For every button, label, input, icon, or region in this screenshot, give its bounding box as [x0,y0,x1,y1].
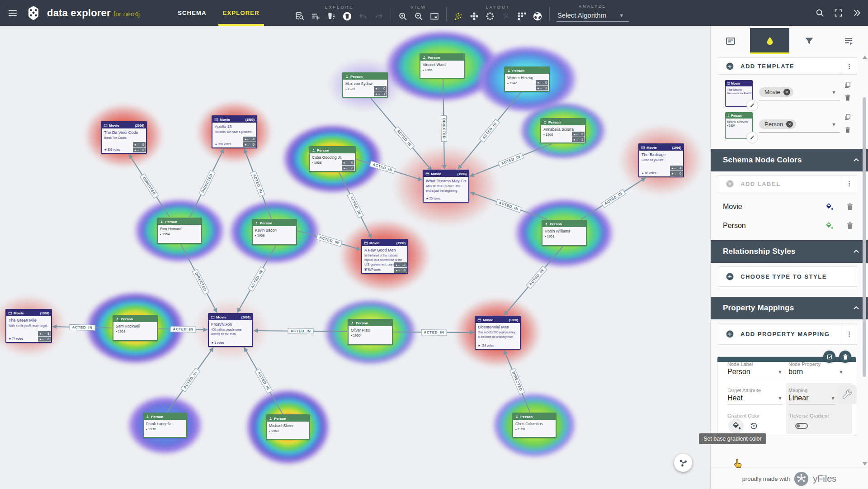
edge-label[interactable]: ACTED_IN [421,329,447,335]
node-label-select[interactable]: Node Label Person▼ [727,361,783,378]
graph-node-person[interactable]: PersonCuba Gooding Jr.• 1968●←0●→2 [309,146,356,172]
label-menu-icon[interactable] [845,180,853,188]
sidebar-scrollbar[interactable] [862,56,867,465]
graph-node-person[interactable]: PersonAnnabella Sciorra• 1960●←0●→1 [540,118,586,143]
sidebar-tab-filter[interactable] [789,28,829,54]
layout-circular-icon[interactable] [485,11,495,21]
scroll-up-icon[interactable] [863,56,867,59]
choose-type-to-style-button[interactable]: CHOOSE TYPE TO STYLE [718,266,857,287]
graph-node-movie[interactable]: Movie(1998)What Dreams May ComeAfter lif… [423,170,469,203]
target-attribute-select[interactable]: Target Attribute Heat▼ [727,388,783,404]
graph-node-person[interactable]: PersonFrank Langella• 1938 [143,413,187,438]
label-chip-movie[interactable]: Movie✕ [759,87,793,97]
chip-dropdown-icon[interactable]: ▼ [831,90,836,95]
mapping-menu-icon[interactable] [845,330,853,338]
delete-color-icon[interactable] [845,221,854,230]
apply-mapping-button[interactable] [823,351,835,363]
person-name: Michael Sheen [269,423,307,428]
graph-node-person[interactable]: PersonOliver Platt• 1960 [348,319,393,345]
delete-color-icon[interactable] [845,202,854,211]
graph-node-movie[interactable]: Movie(1999)The Green MileWalk a mile you… [5,309,52,343]
sidebar-tab-styling[interactable] [750,28,789,54]
fit-screen-icon[interactable] [429,11,439,21]
delete-mapping-button[interactable] [839,351,851,363]
layout-map-icon[interactable] [533,11,542,21]
remove-chip-icon[interactable]: ✕ [783,89,790,95]
edit-template-button[interactable] [746,100,758,111]
scroll-down-icon[interactable] [863,462,867,465]
tab-schema[interactable]: SCHEMA [170,0,215,26]
add-template-button[interactable]: ADD TEMPLATE [718,57,857,75]
section-schema-node-colors[interactable]: Schema Node Colors [711,149,868,171]
person-born: • 1969 [269,429,307,433]
add-label-button[interactable]: ADD LABEL [718,175,857,192]
layout-organic-icon[interactable] [453,11,463,21]
node-property-select[interactable]: Node Property born▼ [788,361,844,378]
graph-node-movie[interactable]: Movie(1996)The BirdcageCome as you are★ … [638,143,684,177]
graph-node-movie[interactable]: Movie(1995)Apollo 13Houston, we have a p… [212,115,257,148]
edit-template-button[interactable] [746,132,758,143]
set-base-gradient-color-button[interactable] [731,421,741,431]
zoom-in-icon[interactable] [398,11,408,21]
delete-template-icon[interactable] [844,126,852,134]
graph-node-person[interactable]: PersonMichael Sheen• 1969 [266,414,310,440]
sidebar-tab-list[interactable] [829,28,868,54]
remove-chip-icon[interactable]: ✕ [786,121,793,128]
person-name: Vincent Ward [423,62,462,67]
edge-label[interactable]: ACTED_IN [170,326,196,332]
graph-node-movie[interactable]: Movie(1999)Bicentennial ManOne robot's 2… [475,316,521,350]
graph-node-person[interactable]: PersonMax von Sydow• 1929●←0●→1 [342,72,388,98]
graph-node-person[interactable]: PersonChris Columbus• 1958 [512,413,557,438]
add-property-mapping-button[interactable]: ADD PROPERTY MAPPING [718,323,857,345]
scrollbar-thumb[interactable] [863,97,866,377]
delete-template-icon[interactable] [844,94,852,102]
section-relationship-styles[interactable]: Relationship Styles [711,240,868,263]
delete-circle-icon[interactable] [342,11,352,21]
edge-label[interactable]: DIRECTED [441,115,447,142]
section-property-mappings[interactable]: Property Mappings [711,297,868,319]
chip-dropdown-icon[interactable]: ▼ [831,122,836,127]
movie-template-thumbnail[interactable]: Movie The Matrix Welcome to the Real W [725,80,753,107]
edge-label[interactable]: ACTED_IN [288,328,313,334]
tab-explorer[interactable]: EXPLORER [215,0,268,26]
graph-node-person[interactable]: PersonVincent Ward• 1956 [420,53,465,79]
select-algorithm-dropdown[interactable]: Select Algorithm▼ [557,10,629,22]
fullscreen-icon[interactable] [834,8,843,18]
person-icon [422,56,426,60]
sidebar-tab-templates[interactable] [711,28,750,54]
paint-bucket-icon[interactable] [825,221,834,230]
search-icon[interactable] [815,8,825,18]
reset-gradient-icon[interactable] [749,421,759,431]
zoom-out-icon[interactable] [414,11,424,21]
delete-sweep-icon[interactable] [326,11,336,21]
graph-node-movie[interactable]: Movie(1992)A Few Good MenIn the heart of… [361,239,408,274]
graph-node-person[interactable]: PersonSam Rockwell• 1968 [113,315,158,341]
graph-node-movie[interactable]: Movie(2008)Frost/Nixon400 million people… [208,313,253,347]
reverse-gradient-toggle[interactable] [795,423,808,429]
graph-overview-fab[interactable] [674,454,692,472]
layout-hierarchic-icon[interactable] [469,11,479,21]
paint-bucket-icon[interactable] [825,202,834,211]
label-chip-person[interactable]: Person✕ [759,119,796,129]
movie-tagline: 400 million people were waiting for the … [211,328,250,337]
in-degree-badge: ●←4 [670,166,683,171]
menu-icon[interactable] [7,8,18,19]
graph-canvas[interactable]: ACTED_INDIRECTEDACTED_INACTED_INACTED_IN… [0,26,710,489]
graph-node-movie[interactable]: Movie(2006)The Da Vinci CodeBreak The Co… [101,121,147,154]
database-search-icon[interactable] [295,11,305,21]
template-menu-icon[interactable] [845,62,853,70]
chevron-double-right-icon[interactable] [852,8,862,18]
edge-label[interactable]: ACTED_IN [69,324,95,330]
mapping-select[interactable]: Mapping Linear▼ [788,388,835,404]
mapping-settings-button[interactable] [838,385,857,404]
playlist-add-icon[interactable] [311,11,321,21]
graph-node-person[interactable]: PersonRon Howard• 1954 [157,218,202,244]
duplicate-template-icon[interactable] [844,113,852,121]
in-degree-badge: ●←6 [133,142,146,147]
graph-node-person[interactable]: PersonKevin Bacon• 1958 [252,219,297,245]
person-template-thumbnail[interactable]: Person Keanu Reeves • 1964 [725,112,753,139]
graph-node-person[interactable]: PersonWerner Herzog• 1942●←0●→1 [504,66,550,92]
duplicate-template-icon[interactable] [844,81,852,89]
layout-tree-icon[interactable] [517,11,527,21]
graph-node-person[interactable]: PersonRobin Williams• 1951 [542,220,587,246]
